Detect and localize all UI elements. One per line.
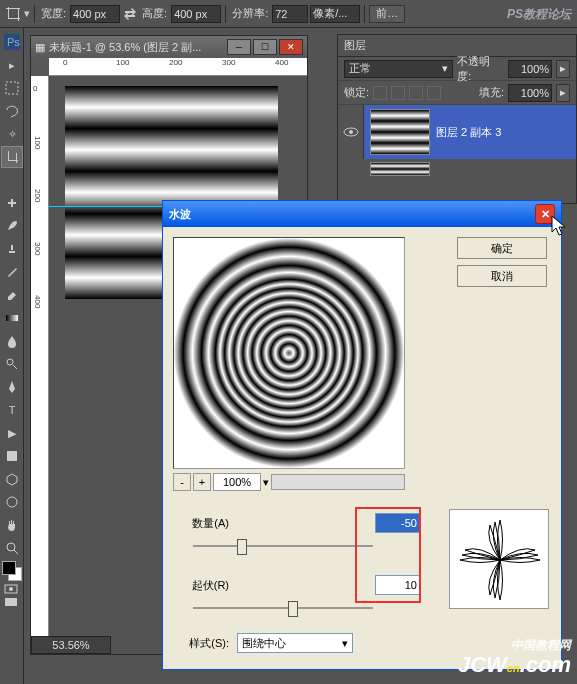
opacity-stepper[interactable]: ▸ xyxy=(556,60,570,78)
zoom-tool[interactable] xyxy=(1,537,23,559)
zoom-in-button[interactable]: + xyxy=(193,473,211,491)
3d-camera-tool[interactable] xyxy=(1,491,23,513)
lock-label: 锁定: xyxy=(344,85,369,100)
slider-track xyxy=(193,545,373,547)
zoom-out-button[interactable]: - xyxy=(173,473,191,491)
swap-dimensions-icon[interactable] xyxy=(122,6,138,22)
svg-point-8 xyxy=(7,497,17,507)
style-preview-thumbnail xyxy=(449,509,549,609)
amount-slider[interactable] xyxy=(193,537,373,555)
ruler-tick: 200 xyxy=(169,58,182,67)
clone-stamp-tool[interactable] xyxy=(1,238,23,260)
filter-preview[interactable] xyxy=(173,237,405,469)
zoom-level-display[interactable]: 53.56% xyxy=(31,636,111,654)
ruler-horizontal[interactable]: 0 100 200 300 400 xyxy=(49,58,307,76)
pen-tool[interactable] xyxy=(1,376,23,398)
ruler-vertical[interactable]: 0 100 200 300 400 xyxy=(31,76,49,654)
blend-mode-select[interactable]: 正常 ▾ xyxy=(344,60,453,78)
ruler-tick: 0 xyxy=(63,58,67,67)
healing-brush-tool[interactable] xyxy=(1,192,23,214)
layer-row-selected[interactable]: 图层 2 副本 3 xyxy=(338,105,576,159)
svg-point-11 xyxy=(9,587,13,591)
path-select-tool[interactable]: ▶ xyxy=(1,422,23,444)
options-bar: ▾ 宽度: 高度: 分辨率: 像素/... 前… xyxy=(0,0,577,28)
visibility-toggle[interactable] xyxy=(338,105,364,159)
width-input[interactable] xyxy=(70,5,120,23)
color-swatches[interactable] xyxy=(2,561,22,581)
preview-scrollbar[interactable] xyxy=(271,474,405,490)
lock-all-icon[interactable] xyxy=(427,86,441,100)
style-value: 围绕中心 xyxy=(242,636,286,651)
brush-tool[interactable] xyxy=(1,215,23,237)
close-button[interactable]: ✕ xyxy=(279,39,303,55)
lasso-tool[interactable] xyxy=(1,100,23,122)
ok-button[interactable]: 确定 xyxy=(457,237,547,259)
dialog-titlebar[interactable]: 水波 ✕ xyxy=(163,201,561,227)
dodge-tool[interactable] xyxy=(1,353,23,375)
lock-position-icon[interactable] xyxy=(409,86,423,100)
ruler-tick: 100 xyxy=(33,136,42,149)
separator xyxy=(225,5,226,23)
maximize-button[interactable]: ☐ xyxy=(253,39,277,55)
ridges-slider[interactable] xyxy=(193,599,373,617)
preview-zoom-input[interactable] xyxy=(213,473,261,491)
rect-marquee-tool[interactable] xyxy=(1,77,23,99)
slider-thumb[interactable] xyxy=(288,601,298,617)
style-select[interactable]: 围绕中心 ▾ xyxy=(237,633,353,653)
lock-transparency-icon[interactable] xyxy=(373,86,387,100)
svg-rect-4 xyxy=(11,199,13,207)
zigzag-dialog: 水波 ✕ xyxy=(162,200,562,670)
cancel-button[interactable]: 取消 xyxy=(457,265,547,287)
opacity-input[interactable] xyxy=(508,60,552,78)
layer-list: 图层 2 副本 3 xyxy=(338,105,576,179)
layer-thumbnail[interactable] xyxy=(370,109,430,155)
fill-input[interactable] xyxy=(508,84,552,102)
magic-wand-tool[interactable]: ✧ xyxy=(1,123,23,145)
dropdown-arrow-icon[interactable]: ▾ xyxy=(24,7,30,20)
tools-panel: Ps ▸ ✧ T ▶ xyxy=(0,28,24,684)
move-tool[interactable]: ▸ xyxy=(1,54,23,76)
resolution-input[interactable] xyxy=(272,5,308,23)
height-input[interactable] xyxy=(171,5,221,23)
history-brush-tool[interactable] xyxy=(1,261,23,283)
crop-tool[interactable] xyxy=(1,146,23,168)
photoshop-logo-icon: Ps xyxy=(1,31,23,53)
document-titlebar[interactable]: ▦ 未标题-1 @ 53.6% (图层 2 副... ─ ☐ ✕ xyxy=(31,36,307,58)
svg-point-6 xyxy=(7,359,13,365)
height-label: 高度: xyxy=(140,6,169,21)
foreground-color-swatch[interactable] xyxy=(2,561,16,575)
resolution-label: 分辨率: xyxy=(230,6,270,21)
svg-rect-7 xyxy=(7,451,17,461)
eraser-tool[interactable] xyxy=(1,284,23,306)
cursor-icon xyxy=(551,215,569,239)
slider-thumb[interactable] xyxy=(237,539,247,555)
front-image-button[interactable]: 前… xyxy=(369,5,405,23)
shape-tool[interactable] xyxy=(1,445,23,467)
ridges-label: 起伏(R) xyxy=(173,578,229,593)
chevron-down-icon: ▾ xyxy=(442,62,448,75)
hand-tool[interactable] xyxy=(1,514,23,536)
eyedropper-tool[interactable] xyxy=(1,169,23,191)
blur-tool[interactable] xyxy=(1,330,23,352)
fill-stepper[interactable]: ▸ xyxy=(556,84,570,102)
layers-panel: 图层 正常 ▾ 不透明度: ▸ 锁定: 填充: ▸ 图层 2 副本 3 xyxy=(337,34,577,204)
layer-name[interactable]: 图层 2 副本 3 xyxy=(436,125,576,140)
watermark-site: JCWcn.com xyxy=(458,652,571,678)
watermark-text: PS教程论坛 xyxy=(507,6,571,23)
minimize-button[interactable]: ─ xyxy=(227,39,251,55)
3d-tool[interactable] xyxy=(1,468,23,490)
separator xyxy=(364,5,365,23)
chevron-down-icon[interactable]: ▾ xyxy=(263,476,269,489)
ruler-tick: 0 xyxy=(33,84,37,93)
file-icon: ▦ xyxy=(35,41,45,54)
layer-thumbnail xyxy=(370,162,430,176)
lock-pixels-icon[interactable] xyxy=(391,86,405,100)
layer-row[interactable] xyxy=(338,159,576,179)
gradient-tool[interactable] xyxy=(1,307,23,329)
quick-mask-toggle[interactable] xyxy=(1,583,21,595)
type-tool[interactable]: T xyxy=(1,399,23,421)
resolution-units-dropdown[interactable]: 像素/... xyxy=(310,5,360,23)
separator xyxy=(34,5,35,23)
ruler-tick: 400 xyxy=(275,58,288,67)
screen-mode-toggle[interactable] xyxy=(1,596,21,608)
